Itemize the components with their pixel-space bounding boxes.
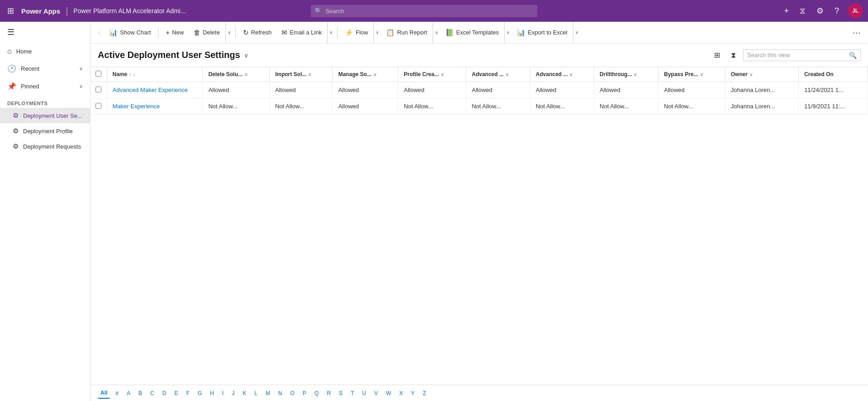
add-icon[interactable]: + <box>782 5 791 18</box>
page-letter-h[interactable]: H <box>207 388 217 398</box>
row-0-checkbox[interactable] <box>95 87 101 92</box>
grid-header-manage-so[interactable]: Manage So... ∨ <box>333 67 398 82</box>
excel-templates-button[interactable]: 📗 Excel Templates <box>441 26 503 39</box>
page-letter-v[interactable]: V <box>372 388 381 398</box>
page-letter-j[interactable]: J <box>229 388 237 398</box>
row-profileCrea-cell: Allowed <box>398 82 466 98</box>
grid-header-advanced1[interactable]: Advanced ... ∨ <box>466 67 530 82</box>
row-1-checkbox[interactable] <box>95 103 101 109</box>
page-letter-d[interactable]: D <box>160 388 169 398</box>
page-letter-o[interactable]: O <box>288 388 297 398</box>
page-letter-r[interactable]: R <box>324 388 334 398</box>
grid-select-all-checkbox[interactable] <box>91 67 107 82</box>
toolbar-more-button[interactable]: ⋯ <box>849 25 864 40</box>
header-owner-label: Owner <box>731 71 748 77</box>
row-importSol-cell: Allowed <box>269 82 333 98</box>
page-letter-a[interactable]: A <box>124 388 133 398</box>
sidebar-recent-label: Recent <box>21 65 75 72</box>
sidebar-item-deployment-requests[interactable]: ⚙ Deployment Requests <box>0 139 90 154</box>
export-to-excel-button[interactable]: 📊 Export to Excel <box>512 26 572 39</box>
flow-icon: ⚡ <box>345 29 353 37</box>
deployment-user-settings-icon: ⚙ <box>13 111 19 120</box>
page-letter-n[interactable]: N <box>276 388 285 398</box>
page-letter-t[interactable]: T <box>348 388 357 398</box>
grid-layout-button[interactable]: ⊞ <box>711 48 724 62</box>
search-icon: 🔍 <box>315 7 322 14</box>
new-label: New <box>172 29 184 36</box>
back-button[interactable]: ‹ <box>94 26 104 39</box>
email-link-dropdown-arrow[interactable]: ∨ <box>327 22 334 43</box>
view-search-input[interactable] <box>747 52 846 58</box>
name-sort-desc-icon: ↓ <box>133 72 135 77</box>
page-letter-z[interactable]: Z <box>420 388 429 398</box>
page-letter-m[interactable]: M <box>263 388 273 398</box>
page-letter-all[interactable]: All <box>98 388 110 399</box>
flow-button[interactable]: ⚡ Flow <box>340 26 372 39</box>
pinned-icon: 📌 <box>7 82 16 91</box>
page-letter-x[interactable]: X <box>396 388 405 398</box>
sidebar-collapse-btn[interactable]: ☰ <box>0 22 90 43</box>
flow-dropdown-arrow[interactable]: ∨ <box>373 22 381 43</box>
grid-header-drillthrough[interactable]: Drillthroug... ∨ <box>594 67 658 82</box>
run-report-button[interactable]: 📋 Run Report <box>382 26 431 39</box>
show-chart-button[interactable]: 📊 Show Chart <box>105 26 155 39</box>
waffle-icon[interactable]: ⊞ <box>5 4 16 18</box>
view-title-chevron-icon[interactable]: ∨ <box>244 52 248 59</box>
row-advanced1-cell: Not Allow... <box>466 98 530 115</box>
help-icon[interactable]: ? <box>833 5 841 18</box>
row-deleteSolu-cell: Not Allow... <box>203 98 270 115</box>
sidebar-item-pinned[interactable]: 📌 Pinned ∨ <box>0 77 90 95</box>
page-letter-p[interactable]: P <box>300 388 309 398</box>
header-drillthrough-label: Drillthroug... <box>600 71 632 77</box>
delete-button[interactable]: 🗑 Delete <box>189 26 224 39</box>
grid-header-advanced2[interactable]: Advanced ... ∨ <box>530 67 594 82</box>
avatar[interactable]: JL <box>848 4 863 18</box>
global-search-input[interactable] <box>311 5 537 17</box>
page-letter-k[interactable]: K <box>240 388 249 398</box>
page-letter-l[interactable]: L <box>252 388 260 398</box>
grid-header-created-on[interactable]: Created On <box>799 67 868 82</box>
filter-icon[interactable]: ⧖ <box>798 5 807 18</box>
run-report-icon: 📋 <box>386 29 395 37</box>
row-name-cell[interactable]: Maker Experience <box>107 98 203 115</box>
grid-header-owner[interactable]: Owner ∨ <box>725 67 798 82</box>
page-letter-b[interactable]: B <box>136 388 145 398</box>
settings-icon[interactable]: ⚙ <box>815 4 825 18</box>
excel-templates-dropdown-arrow[interactable]: ∨ <box>504 22 511 43</box>
run-report-dropdown-arrow[interactable]: ∨ <box>433 22 440 43</box>
delete-dropdown-arrow[interactable]: ∨ <box>225 22 233 43</box>
drillthrough-filter-icon: ∨ <box>634 72 637 77</box>
grid-header-delete-solu[interactable]: Delete Solu... ∨ <box>203 67 270 82</box>
page-letter-s[interactable]: S <box>336 388 345 398</box>
grid-header-import-sol[interactable]: Import Sol... ∨ <box>269 67 333 82</box>
sidebar-item-deployment-profile[interactable]: ⚙ Deployment Profile <box>0 123 90 139</box>
header-manage-so-label: Manage So... <box>338 71 371 77</box>
sidebar-deployment-profile-label: Deployment Profile <box>23 128 83 135</box>
page-letter-y[interactable]: Y <box>408 388 417 398</box>
grid-header-bypass-pre[interactable]: Bypass Pre... ∨ <box>658 67 725 82</box>
page-letter-c[interactable]: C <box>148 388 157 398</box>
page-letter-#[interactable]: # <box>113 388 121 398</box>
sidebar-item-deployment-user-settings[interactable]: ⚙ Deployment User Se... <box>0 108 90 123</box>
export-excel-dropdown-arrow[interactable]: ∨ <box>573 22 580 43</box>
refresh-label: Refresh <box>251 29 272 36</box>
filter-button[interactable]: ⧗ <box>727 49 739 62</box>
page-letter-e[interactable]: E <box>172 388 181 398</box>
email-link-button[interactable]: ✉ Email a Link <box>277 26 326 39</box>
page-letter-f[interactable]: F <box>183 388 192 398</box>
sidebar-item-recent[interactable]: 🕐 Recent ∨ <box>0 60 90 77</box>
new-button[interactable]: + New <box>161 26 188 39</box>
row-name-cell[interactable]: Advanced Maker Experience <box>107 82 203 98</box>
recent-icon: 🕐 <box>7 64 16 73</box>
sidebar-item-home[interactable]: ⌂ Home <box>0 43 90 60</box>
page-letter-w[interactable]: W <box>383 388 394 398</box>
refresh-button[interactable]: ↻ Refresh <box>238 26 277 39</box>
grid-header-name[interactable]: Name ↑ ↓ <box>107 67 203 82</box>
data-grid: Name ↑ ↓ Delete Solu... ∨ <box>91 67 868 385</box>
page-letter-u[interactable]: U <box>359 388 369 398</box>
select-all-checkbox[interactable] <box>95 71 101 77</box>
page-letter-g[interactable]: G <box>195 388 205 398</box>
page-letter-i[interactable]: I <box>219 388 226 398</box>
grid-header-profile-crea[interactable]: Profile Crea... ∨ <box>398 67 466 82</box>
page-letter-q[interactable]: Q <box>312 388 321 398</box>
